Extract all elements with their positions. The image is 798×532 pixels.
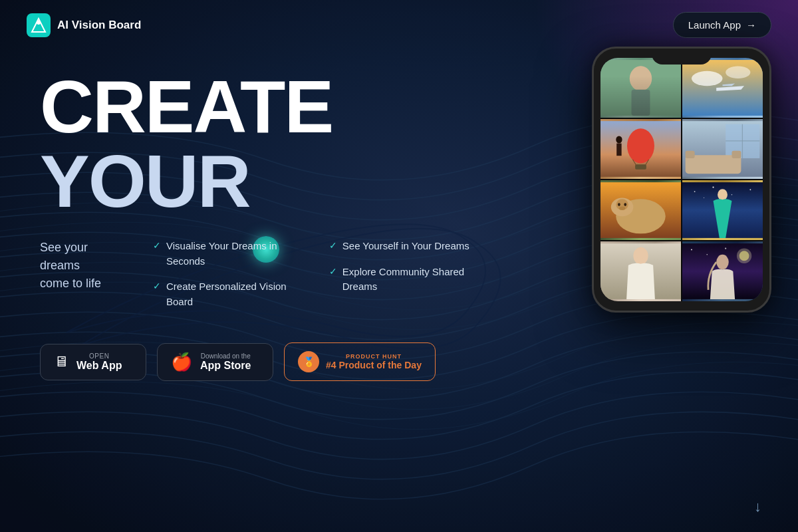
svg-rect-13 — [600, 121, 681, 177]
svg-point-35 — [694, 191, 696, 192]
svg-point-5 — [630, 66, 652, 90]
photo-luxury-room — [682, 119, 763, 179]
svg-point-46 — [739, 251, 749, 261]
svg-rect-8 — [682, 60, 763, 116]
svg-point-49 — [725, 247, 726, 249]
check-icon-4: ✓ — [329, 265, 337, 279]
svg-rect-6 — [632, 90, 650, 116]
feature-item-1: ✓ Visualise Your Dreams in Seconds — [153, 239, 309, 269]
app-store-text: Download on the App Store — [200, 352, 251, 372]
svg-point-43 — [635, 248, 646, 259]
tagline-line2: dreams — [40, 259, 80, 272]
web-app-button[interactable]: 🖥 OPEN Web App — [40, 344, 146, 380]
svg-point-29 — [611, 198, 634, 216]
logo-icon — [27, 13, 51, 37]
hero-line-2: YOUR — [40, 144, 492, 219]
svg-point-28 — [616, 199, 665, 233]
photo-fantasy-woman-beach — [682, 180, 763, 240]
svg-point-18 — [616, 136, 622, 143]
photo-woman-white — [600, 241, 681, 301]
product-hunt-rank: #4 Product of the Day — [326, 360, 422, 370]
web-app-main-label: Web App — [76, 360, 122, 372]
logo-area[interactable]: AI Vision Board — [27, 13, 141, 37]
svg-point-48 — [706, 254, 707, 255]
phone-mockup-container — [592, 47, 771, 313]
scroll-down-button[interactable]: ↓ — [754, 498, 761, 515]
app-store-main-label: App Store — [200, 360, 251, 372]
features-section: See your dreams come to life ✓ Visualise… — [40, 239, 492, 309]
tagline-line3: come to life — [40, 277, 101, 290]
svg-point-10 — [726, 66, 750, 78]
photo-airplane — [682, 58, 763, 118]
photo-grid — [600, 58, 763, 301]
svg-point-37 — [732, 194, 732, 195]
feature-text-1: Visualise Your Dreams in Seconds — [166, 239, 309, 269]
hero-line-1: CREATE — [40, 70, 492, 144]
svg-rect-17 — [635, 164, 646, 169]
feature-item-3: ✓ See Yourself in Your Dreams — [329, 239, 492, 254]
feature-col-2: ✓ See Yourself in Your Dreams ✓ Explore … — [329, 239, 492, 295]
photo-woman-red-dress — [600, 180, 681, 240]
launch-app-label: Launch App — [688, 19, 741, 31]
svg-rect-20 — [682, 121, 763, 177]
svg-point-33 — [619, 206, 625, 210]
cta-section: 🖥 OPEN Web App 🍎 Download on the App Sto… — [40, 342, 492, 381]
svg-rect-4 — [600, 60, 681, 116]
svg-point-38 — [749, 189, 751, 190]
product-hunt-text: PRODUCT HUNT #4 Product of the Day — [326, 353, 422, 370]
svg-point-32 — [624, 203, 626, 206]
product-hunt-medal: 🏅 — [298, 351, 319, 372]
phone-mockup — [592, 47, 771, 313]
check-icon-1: ✓ — [153, 239, 161, 253]
product-hunt-label: PRODUCT HUNT — [326, 353, 422, 360]
feature-text-2: Create Personalized Vision Board — [166, 279, 309, 309]
svg-rect-44 — [682, 243, 763, 299]
feature-text-4: Explore Community Shared Dreams — [342, 265, 492, 295]
navbar: AI Vision Board Launch App → — [0, 0, 798, 50]
svg-rect-41 — [600, 243, 681, 299]
svg-point-45 — [737, 249, 751, 263]
app-store-sublabel: Download on the — [200, 352, 251, 360]
product-hunt-button[interactable]: 🏅 PRODUCT HUNT #4 Product of the Day — [284, 342, 436, 381]
feature-text-3: See Yourself in Your Dreams — [342, 239, 469, 254]
svg-rect-19 — [616, 144, 621, 156]
svg-line-15 — [632, 160, 636, 166]
svg-marker-11 — [716, 86, 744, 90]
launch-app-arrow: → — [746, 19, 756, 31]
svg-point-39 — [704, 198, 704, 198]
tagline-line1: See your — [40, 241, 88, 254]
svg-point-7 — [633, 66, 648, 80]
check-icon-2: ✓ — [153, 280, 161, 293]
svg-point-36 — [712, 186, 714, 188]
scroll-arrow-icon: ↓ — [754, 498, 761, 515]
phone-screen — [600, 58, 763, 301]
check-icon-3: ✓ — [329, 239, 337, 253]
svg-line-16 — [645, 160, 649, 166]
app-store-button[interactable]: 🍎 Download on the App Store — [157, 343, 273, 381]
svg-rect-26 — [732, 151, 741, 158]
web-app-text: OPEN Web App — [76, 352, 122, 372]
svg-point-47 — [691, 249, 692, 250]
svg-point-31 — [618, 203, 620, 206]
web-app-open-label: OPEN — [76, 352, 122, 360]
hero-title: CREATE YOUR — [40, 70, 492, 219]
photo-woman-night — [682, 241, 763, 301]
svg-rect-27 — [600, 182, 681, 238]
svg-marker-12 — [723, 83, 735, 86]
feature-item-4: ✓ Explore Community Shared Dreams — [329, 265, 492, 295]
tagline: See your dreams come to life — [40, 239, 133, 293]
svg-point-9 — [692, 71, 723, 86]
photo-hot-air-balloon — [600, 119, 681, 179]
photo-woman-fitness — [600, 58, 681, 118]
svg-point-42 — [633, 247, 648, 265]
svg-rect-24 — [686, 155, 741, 174]
apple-icon: 🍎 — [171, 352, 192, 372]
svg-rect-1 — [27, 13, 51, 37]
phone-notch — [652, 49, 712, 65]
launch-app-button[interactable]: Launch App → — [673, 12, 771, 38]
svg-point-14 — [627, 128, 654, 163]
left-content: CREATE YOUR See your dreams come to life… — [40, 63, 492, 381]
brand-name: AI Vision Board — [57, 19, 141, 32]
feature-col-1: ✓ Visualise Your Dreams in Seconds ✓ Cre… — [153, 239, 309, 309]
monitor-icon: 🖥 — [54, 353, 68, 370]
